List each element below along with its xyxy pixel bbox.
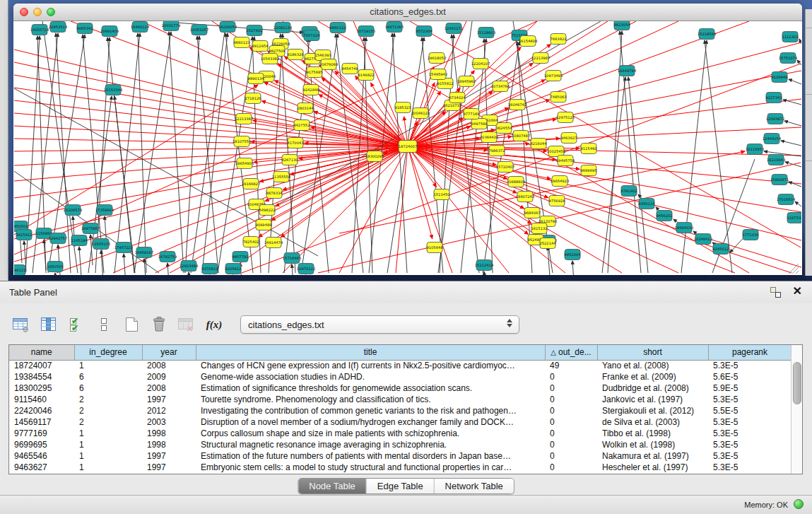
table-cell-in_degree[interactable]: 1: [74, 450, 142, 462]
resize-grip[interactable]: [792, 267, 799, 274]
table-row[interactable]: 911546021997Tourette syndrome. Phenomeno…: [9, 394, 792, 405]
table-cell-pagerank[interactable]: 5.6E-5: [708, 371, 792, 382]
graph-edge[interactable]: [408, 146, 801, 212]
close-panel-icon[interactable]: ✕: [793, 284, 802, 298]
table-cell-short[interactable]: Nakamura et al. (1997): [597, 450, 708, 462]
table-cell-short[interactable]: Franke et al. (2009): [597, 371, 708, 382]
table-cell-out_degree[interactable]: 0: [545, 450, 597, 462]
graph-edge[interactable]: [572, 261, 575, 275]
graph-edge[interactable]: [79, 247, 81, 275]
table-cell-short[interactable]: Yano et al. (2008): [597, 360, 708, 371]
table-cell-name[interactable]: 18724007: [9, 360, 74, 371]
graph-edge[interactable]: [408, 146, 452, 273]
table-row[interactable]: 969969511998Structural magnetic resonanc…: [9, 439, 792, 450]
network-window-titlebar[interactable]: citations_edges.txt: [13, 4, 802, 21]
table-cell-year[interactable]: 1997: [142, 394, 196, 405]
table-row[interactable]: 1456911722003Disruption of a novel membe…: [9, 416, 792, 428]
table-cell-out_degree[interactable]: 0: [545, 394, 597, 405]
table-cell-out_degree[interactable]: 0: [545, 439, 597, 450]
control-panel-edge[interactable]: [0, 0, 8, 281]
graph-edge[interactable]: [185, 36, 199, 273]
table-cell-short[interactable]: de Silva et al. (2003): [597, 416, 708, 428]
graph-edge[interactable]: [408, 146, 509, 273]
table-cell-name[interactable]: 9777169: [9, 428, 74, 439]
table-cell-year[interactable]: 2008: [142, 360, 196, 371]
table-cell-year[interactable]: 1998: [142, 428, 196, 439]
graph-edge[interactable]: [14, 85, 258, 235]
column-header-pagerank[interactable]: pagerank: [708, 345, 792, 360]
table-cell-title[interactable]: Corpus callosum shape and size in male p…: [196, 428, 545, 439]
table-cell-year[interactable]: 2009: [142, 371, 196, 382]
table-cell-name[interactable]: 19384554: [9, 371, 74, 382]
graph-edge[interactable]: [169, 32, 184, 273]
table-row[interactable]: 977716911998Corpus callosum shape and si…: [9, 428, 792, 439]
graph-edge[interactable]: [789, 79, 801, 84]
table-cell-short[interactable]: Jankovic et al. (1997): [597, 394, 708, 405]
column-header-in_degree[interactable]: in_degree: [74, 345, 142, 360]
graph-edge[interactable]: [134, 32, 171, 273]
table-cell-pagerank[interactable]: 5.3E-5: [708, 439, 792, 450]
tab-network-table[interactable]: Network Table: [435, 479, 514, 493]
table-cell-title[interactable]: Structural magnetic resonance image aver…: [196, 439, 545, 450]
table-cell-short[interactable]: Hescheler et al. (1997): [597, 462, 708, 473]
table-cell-year[interactable]: 2012: [142, 405, 196, 416]
table-cell-in_degree[interactable]: 1: [74, 428, 142, 439]
column-header-year[interactable]: year: [142, 345, 196, 360]
graph-edge[interactable]: [784, 121, 801, 126]
table-cell-name[interactable]: 9699695: [9, 439, 74, 450]
function-builder-button[interactable]: f(x): [204, 315, 224, 334]
table-cell-in_degree[interactable]: 2: [74, 416, 142, 428]
graph-edge[interactable]: [795, 201, 801, 206]
graph-edge[interactable]: [114, 33, 140, 273]
table-cell-title[interactable]: Changes of HCN gene expression and I(f) …: [196, 360, 545, 371]
table-row[interactable]: 946362711997Embryonic stem cells: a mode…: [9, 462, 792, 473]
table-row[interactable]: 1830029562008Estimation of significance …: [9, 382, 792, 394]
table-cell-name[interactable]: 9463627: [9, 462, 74, 473]
table-cell-short[interactable]: Dudbridge et al. (2008): [597, 382, 708, 394]
graph-edge[interactable]: [789, 182, 801, 187]
network-graph[interactable]: 1405572420853514906534220691406164601242…: [14, 21, 801, 275]
table-cell-year[interactable]: 2008: [142, 382, 196, 394]
table-cell-year[interactable]: 1997: [142, 450, 196, 462]
table-cell-title[interactable]: Tourette syndrome. Phenomenology and cla…: [196, 394, 545, 405]
delete-table-disabled-button[interactable]: ✕: [177, 315, 196, 334]
graph-edge[interactable]: [189, 272, 191, 275]
table-cell-in_degree[interactable]: 1: [74, 462, 142, 473]
table-cell-short[interactable]: Wolkin et al. (1998): [597, 439, 708, 450]
table-cell-in_degree[interactable]: 1: [74, 439, 142, 450]
network-canvas[interactable]: 1405572420853514906534220691406164601242…: [14, 21, 801, 275]
column-header-short[interactable]: short: [597, 345, 708, 360]
table-cell-year[interactable]: 1998: [142, 439, 196, 450]
graph-edge[interactable]: [191, 21, 226, 273]
table-cell-year[interactable]: 1997: [142, 462, 196, 473]
graph-edge[interactable]: [781, 141, 801, 146]
graph-edge[interactable]: [55, 273, 57, 275]
table-cell-pagerank[interactable]: 5.3E-5: [708, 394, 792, 405]
table-cell-name[interactable]: 9465546: [9, 450, 74, 462]
table-cell-out_degree[interactable]: 0: [545, 462, 597, 473]
graph-edge[interactable]: [95, 37, 110, 273]
table-cell-title[interactable]: Disruption of a novel member of a sodium…: [196, 416, 545, 428]
table-cell-name[interactable]: 14569117: [9, 416, 74, 428]
graph-edge[interactable]: [124, 254, 126, 275]
table-cell-in_degree[interactable]: 6: [74, 371, 142, 382]
table-cell-pagerank[interactable]: 5.9E-5: [708, 382, 792, 394]
table-cell-pagerank[interactable]: 5.3E-5: [708, 360, 792, 371]
graph-edge[interactable]: [197, 36, 218, 273]
graph-edge[interactable]: [138, 33, 146, 273]
column-header-out_degree[interactable]: △out_de...: [545, 345, 597, 360]
table-cell-out_degree[interactable]: 0: [545, 382, 597, 394]
memory-status-indicator[interactable]: [794, 499, 804, 509]
table-cell-name[interactable]: 22420046: [9, 405, 74, 416]
table-row[interactable]: 1872400712008Changes of HCN gene express…: [9, 360, 792, 371]
table-cell-out_degree[interactable]: 0: [545, 428, 597, 439]
graph-edge[interactable]: [408, 99, 801, 146]
table-cell-out_degree[interactable]: 0: [545, 416, 597, 428]
table-scrollbar-thumb[interactable]: [793, 362, 801, 404]
table-select-dropdown[interactable]: citations_edges.txt: [240, 315, 519, 334]
float-panel-icon[interactable]: [770, 287, 781, 298]
table-cell-title[interactable]: Embryonic stem cells: a model to study s…: [196, 462, 545, 473]
table-cell-pagerank[interactable]: 5.3E-5: [708, 450, 792, 462]
table-cell-out_degree[interactable]: 0: [545, 371, 597, 382]
select-all-button[interactable]: ✔ ✔: [66, 315, 86, 334]
